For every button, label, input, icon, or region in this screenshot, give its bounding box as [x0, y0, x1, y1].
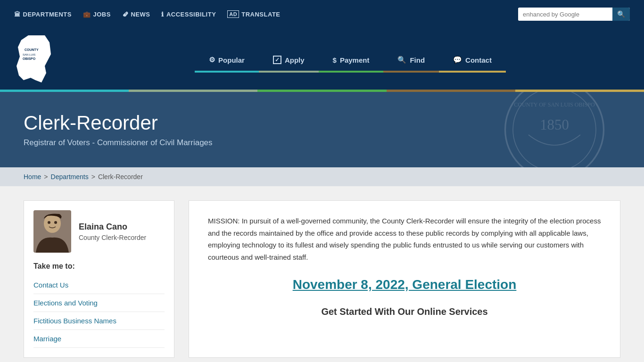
sidebar-link-fictitious-business[interactable]: Fictitious Business Names — [33, 312, 165, 330]
popular-icon: ⚙ — [209, 56, 215, 64]
main-content: MISSION: In pursuit of a well-governed c… — [189, 200, 620, 358]
departments-icon: 🏛 — [14, 11, 21, 18]
sidebar-link-contact-us[interactable]: Contact Us — [33, 276, 165, 294]
online-services-title: Get Started With Our Online Services — [208, 306, 601, 317]
hero-text: Clerk-Recorder Registrar of Voters - Com… — [24, 112, 213, 148]
accessibility-icon: ℹ — [161, 11, 164, 18]
translate-icon: AD — [227, 10, 239, 18]
search-button[interactable]: 🔍 — [612, 8, 630, 21]
nav-payment[interactable]: $ Payment — [319, 50, 384, 73]
staff-profile: Elaina Cano County Clerk-Recorder — [33, 210, 165, 253]
svg-text:COUNTY OF SAN LUIS OBISPO: COUNTY OF SAN LUIS OBISPO — [514, 101, 595, 108]
breadcrumb-current: Clerk-Recorder — [98, 173, 143, 181]
find-icon: 🔍 — [397, 56, 406, 64]
top-nav-links: 🏛 DEPARTMENTS 💼 JOBS 🗞 NEWS ℹ ACCESSIBIL… — [14, 10, 281, 18]
jobs-icon: 💼 — [83, 11, 91, 18]
mission-statement: MISSION: In pursuit of a well-governed c… — [208, 215, 601, 263]
svg-text:COUNTY: COUNTY — [25, 48, 39, 51]
county-seal: COUNTY OF SAN LUIS OBISPO 1850 — [503, 92, 606, 167]
nav-popular[interactable]: ⚙ Popular — [195, 50, 259, 73]
nav-link-translate[interactable]: AD TRANSLATE — [227, 10, 280, 18]
svg-point-10 — [54, 221, 57, 224]
content-area: Elaina Cano County Clerk-Recorder Take m… — [0, 186, 644, 362]
take-me-to-label: Take me to: — [33, 262, 165, 271]
sidebar-link-marriage[interactable]: Marriage — [33, 330, 165, 348]
apply-icon: ✓ — [273, 56, 281, 64]
staff-name: Elaina Cano — [79, 222, 146, 232]
nav-contact[interactable]: 💬 Contact — [439, 50, 506, 73]
site-logo[interactable]: COUNTY SAN LUIS OBISPO — [14, 33, 52, 90]
payment-icon: $ — [333, 56, 337, 64]
nav-link-jobs[interactable]: 💼 JOBS — [83, 11, 111, 18]
page-title: Clerk-Recorder — [24, 112, 213, 134]
svg-text:SAN LUIS: SAN LUIS — [23, 53, 35, 56]
page-subtitle: Registrar of Voters - Commissioner of Ci… — [24, 138, 213, 148]
main-nav: ⚙ Popular ✓ Apply $ Payment 🔍 Find 💬 Con… — [71, 50, 630, 73]
nav-find[interactable]: 🔍 Find — [383, 50, 439, 73]
breadcrumb-sep-2: > — [91, 173, 95, 181]
nav-link-news[interactable]: 🗞 NEWS — [122, 11, 150, 18]
hero-banner: Clerk-Recorder Registrar of Voters - Com… — [0, 92, 644, 167]
breadcrumb-sep-1: > — [44, 173, 48, 181]
breadcrumb-departments[interactable]: Departments — [51, 173, 89, 181]
search-input[interactable] — [518, 8, 612, 21]
staff-info: Elaina Cano County Clerk-Recorder — [79, 222, 146, 241]
search-bar: 🔍 — [518, 8, 630, 21]
main-header: COUNTY SAN LUIS OBISPO ⚙ Popular ✓ Apply… — [0, 28, 644, 90]
staff-avatar — [33, 210, 71, 253]
svg-text:OBISPO: OBISPO — [23, 57, 36, 60]
top-nav-bar: 🏛 DEPARTMENTS 💼 JOBS 🗞 NEWS ℹ ACCESSIBIL… — [0, 0, 644, 28]
election-link[interactable]: November 8, 2022, General Election — [208, 277, 601, 292]
nav-link-departments[interactable]: 🏛 DEPARTMENTS — [14, 11, 72, 18]
svg-text:1850: 1850 — [540, 117, 569, 133]
news-icon: 🗞 — [122, 11, 129, 18]
nav-link-accessibility[interactable]: ℹ ACCESSIBILITY — [161, 11, 216, 18]
staff-title: County Clerk-Recorder — [79, 234, 146, 241]
contact-icon: 💬 — [453, 56, 462, 64]
sidebar-link-elections[interactable]: Elections and Voting — [33, 294, 165, 312]
breadcrumb: Home > Departments > Clerk-Recorder — [0, 167, 644, 186]
breadcrumb-home[interactable]: Home — [24, 173, 41, 181]
left-sidebar: Elaina Cano County Clerk-Recorder Take m… — [24, 200, 174, 358]
svg-point-9 — [48, 221, 50, 224]
nav-apply[interactable]: ✓ Apply — [259, 50, 319, 73]
